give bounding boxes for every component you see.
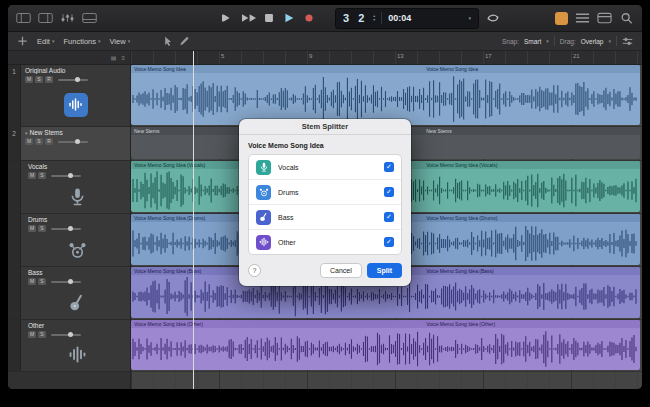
track-name-label: Vocals [28,163,47,170]
sidebar-icon[interactable] [16,12,31,24]
menu-edit[interactable]: Edit▾ [37,37,54,46]
grid-icon[interactable]: ▤ [111,54,117,61]
volume-slider[interactable] [58,141,88,143]
help-button[interactable]: ? [248,264,261,277]
playhead[interactable] [193,51,194,389]
track-controls: MSR [25,76,126,83]
record-enable-button[interactable]: R [45,76,53,83]
track-header-other[interactable]: OtherMS [8,320,130,372]
bar-ruler[interactable]: 59131721 [131,51,642,65]
editors-icon[interactable] [82,12,97,24]
panel-icon[interactable] [597,12,612,24]
dialog-footer: ? Cancel Split [248,263,402,278]
region-voice-memo-song-idea[interactable]: Voice Memo Song IdeaVoice Memo Song Idea [131,65,640,125]
record-enable-button[interactable]: R [45,138,53,145]
play-button[interactable] [282,13,296,23]
rewind-button[interactable] [222,13,236,23]
volume-slider[interactable] [58,79,88,81]
stop-button[interactable] [262,13,276,23]
stem-option-bass[interactable]: Bass✓ [249,205,401,230]
mute-button[interactable]: M [28,278,36,285]
volume-knob[interactable] [68,279,73,284]
volume-knob[interactable] [75,77,80,82]
list-icon[interactable]: ≡ [121,55,125,61]
region-label: Voice Memo Song Idea (Other) [426,320,495,328]
stem-option-vocals[interactable]: Vocals✓ [249,155,401,180]
stem-option-other[interactable]: Other✓ [249,230,401,254]
drag-value[interactable]: Overlap [581,38,604,45]
menu-label: View [110,37,126,46]
waveform-icon [256,235,271,250]
stem-checkbox[interactable]: ✓ [384,187,394,197]
mute-button[interactable]: M [25,138,33,145]
search-icon[interactable] [619,12,634,24]
track-number: 1 [8,65,21,126]
volume-knob[interactable] [68,173,73,178]
solo-button[interactable]: S [35,76,43,83]
track-number [8,214,21,266]
pointer-tool-icon[interactable] [163,36,174,46]
local-menus: Edit▾Functions▾View▾ [37,37,130,46]
orange-badge-icon[interactable] [555,12,568,25]
region-label: New Stems [426,127,452,135]
bass-icon [28,287,126,317]
track-header-vocals[interactable]: VocalsMS [8,161,130,214]
stem-checkbox[interactable]: ✓ [384,237,394,247]
disclosure-triangle-icon[interactable]: ▾ [25,130,28,136]
mute-button[interactable]: M [28,225,36,232]
record-button[interactable] [302,13,316,23]
solo-button[interactable]: S [38,278,46,285]
transport-controls [222,13,316,23]
divider [554,36,555,46]
lcd-display[interactable]: 3 2 ▴▾ 00:04 ▾ [335,8,479,29]
lcd-beats: 3 2 [343,12,367,24]
lcd-beats-stepper[interactable]: ▴▾ [373,14,375,22]
fast-forward-button[interactable] [242,13,256,23]
add-track-icon[interactable] [17,36,28,46]
region-label: Voice Memo Song Idea (Bass) [426,267,494,275]
volume-slider[interactable] [51,175,81,177]
menu-functions[interactable]: Functions▾ [63,37,100,46]
volume-knob[interactable] [75,139,80,144]
volume-knob[interactable] [68,226,73,231]
solo-button[interactable]: S [38,225,46,232]
drums-icon [256,185,271,200]
volume-slider[interactable] [51,281,81,283]
list-icon[interactable] [575,12,590,24]
lcd-dropdown-icon[interactable]: ▾ [468,15,471,21]
solo-button[interactable]: S [38,331,46,338]
track-header-new-stems[interactable]: 2▾New StemsMSR [8,127,130,161]
track-header-original-audio[interactable]: 1Original AudioMSR [8,65,130,127]
volume-slider[interactable] [51,334,81,336]
zoom-controls-icon[interactable] [622,36,633,46]
track-name: ▾New Stems [25,129,126,136]
stem-option-drums[interactable]: Drums✓ [249,180,401,205]
cycle-icon[interactable] [486,13,500,23]
track-name: Other [28,322,126,329]
stem-checkbox[interactable]: ✓ [384,162,394,172]
cancel-button[interactable]: Cancel [320,263,362,278]
mute-button[interactable]: M [28,331,36,338]
mute-button[interactable]: M [25,76,33,83]
track-controls: MS [28,331,126,338]
chevron-down-icon: ▾ [52,38,55,44]
stem-option-list: Vocals✓Drums✓Bass✓Other✓ [248,154,402,255]
stem-checkbox[interactable]: ✓ [384,212,394,222]
region-label: Voice Memo Song Idea (Drums) [426,214,497,222]
volume-knob[interactable] [68,332,73,337]
split-button[interactable]: Split [367,263,402,278]
mute-button[interactable]: M [28,172,36,179]
inspector-icon[interactable] [38,12,53,24]
track-header-body: DrumsMS [21,214,130,266]
track-header-drums[interactable]: DrumsMS [8,214,130,267]
region-voice-memo-song-idea-other-[interactable]: Voice Memo Song Idea (Other)Voice Memo S… [131,320,640,370]
volume-slider[interactable] [51,228,81,230]
solo-button[interactable]: S [38,172,46,179]
menu-view[interactable]: View▾ [110,37,131,46]
track-controls: MS [28,225,126,232]
track-header-bass[interactable]: BassMS [8,267,130,320]
solo-button[interactable]: S [35,138,43,145]
snap-value[interactable]: Smart [524,38,541,45]
pencil-tool-icon[interactable] [179,36,190,46]
mixer-icon[interactable] [60,12,75,24]
